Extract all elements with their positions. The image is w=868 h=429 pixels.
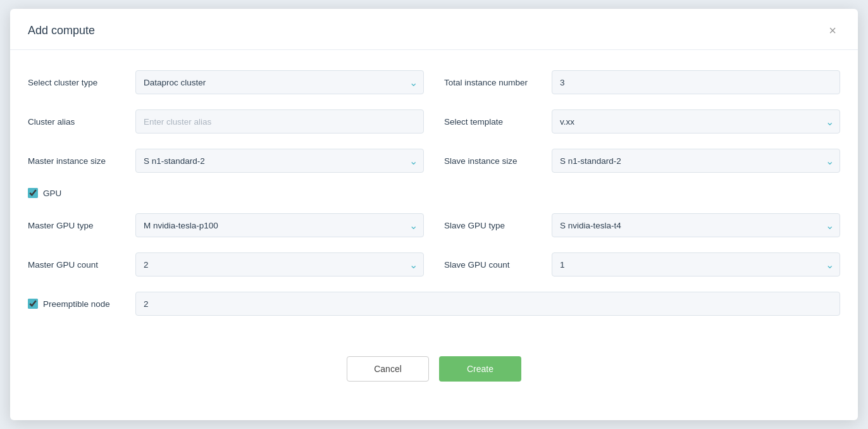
group-slave-gpu-count: Slave GPU count 1 ⌄ (444, 252, 840, 277)
group-slave-instance: Slave instance size S n1-standard-2 ⌄ (444, 149, 840, 173)
group-slave-gpu-type: Slave GPU type S nvidia-tesla-t4 ⌄ (444, 213, 840, 237)
row-gpu-count: Master GPU count 2 ⌄ Slave GPU count 1 ⌄ (28, 252, 840, 277)
row-instance-size: Master instance size S n1-standard-2 ⌄ S… (28, 149, 840, 173)
master-gpu-type-select[interactable]: M nvidia-tesla-p100 (135, 213, 424, 237)
cluster-type-select-wrapper: Dataproc cluster ⌄ (135, 70, 424, 94)
total-instance-label: Total instance number (444, 78, 552, 87)
dialog-footer: Cancel Create (10, 346, 858, 402)
slave-gpu-type-select[interactable]: S nvidia-tesla-t4 (552, 213, 840, 237)
add-compute-dialog: Add compute × Select cluster type Datapr… (10, 9, 858, 420)
slave-gpu-type-label: Slave GPU type (444, 221, 552, 230)
slave-instance-select[interactable]: S n1-standard-2 (552, 149, 840, 173)
preemptible-label: Preemptible node (43, 299, 110, 309)
preemptible-checkbox[interactable] (28, 299, 38, 309)
group-total-instance: Total instance number (444, 70, 840, 94)
dialog-header: Add compute × (10, 9, 858, 50)
gpu-checkbox[interactable] (28, 188, 38, 198)
row-cluster-alias: Cluster alias Select template v.xx ⌄ (28, 109, 840, 134)
group-cluster-type: Select cluster type Dataproc cluster ⌄ (28, 70, 424, 94)
row-cluster-type: Select cluster type Dataproc cluster ⌄ T… (28, 70, 840, 94)
cluster-alias-label: Cluster alias (28, 117, 135, 127)
group-master-instance: Master instance size S n1-standard-2 ⌄ (28, 149, 424, 173)
group-master-gpu-type: Master GPU type M nvidia-tesla-p100 ⌄ (28, 213, 424, 237)
slave-instance-label: Slave instance size (444, 156, 552, 166)
dialog-body: Select cluster type Dataproc cluster ⌄ T… (10, 50, 858, 346)
row-gpu: GPU (28, 188, 840, 198)
master-instance-select[interactable]: S n1-standard-2 (135, 149, 424, 173)
group-select-template: Select template v.xx ⌄ (444, 109, 840, 134)
slave-gpu-count-label: Slave GPU count (444, 260, 552, 270)
total-instance-input[interactable] (552, 70, 840, 94)
row-gpu-type: Master GPU type M nvidia-tesla-p100 ⌄ Sl… (28, 213, 840, 237)
close-button[interactable]: × (825, 23, 840, 38)
template-select-wrapper: v.xx ⌄ (552, 109, 840, 134)
master-instance-select-wrapper: S n1-standard-2 ⌄ (135, 149, 424, 173)
cluster-alias-input[interactable] (135, 109, 424, 134)
row-preemptible: Preemptible node (28, 292, 840, 316)
gpu-label-text: GPU (43, 189, 61, 198)
slave-gpu-type-select-wrapper: S nvidia-tesla-t4 ⌄ (552, 213, 840, 237)
slave-instance-select-wrapper: S n1-standard-2 ⌄ (552, 149, 840, 173)
slave-gpu-count-select-wrapper: 1 ⌄ (552, 252, 840, 277)
gpu-checkbox-label[interactable]: GPU (28, 188, 61, 198)
cluster-type-select[interactable]: Dataproc cluster (135, 70, 424, 94)
master-gpu-type-label: Master GPU type (28, 221, 135, 230)
select-template-label: Select template (444, 117, 552, 127)
master-gpu-type-select-wrapper: M nvidia-tesla-p100 ⌄ (135, 213, 424, 237)
group-master-gpu-count: Master GPU count 2 ⌄ (28, 252, 424, 277)
preemptible-input[interactable] (135, 292, 840, 316)
slave-gpu-count-select[interactable]: 1 (552, 252, 840, 277)
master-gpu-count-label: Master GPU count (28, 260, 135, 270)
template-select[interactable]: v.xx (552, 109, 840, 134)
master-gpu-count-select-wrapper: 2 ⌄ (135, 252, 424, 277)
cluster-type-label: Select cluster type (28, 78, 135, 87)
create-button[interactable]: Create (439, 356, 521, 382)
master-instance-label: Master instance size (28, 156, 135, 166)
master-gpu-count-select[interactable]: 2 (135, 252, 424, 277)
group-cluster-alias: Cluster alias (28, 109, 424, 134)
cancel-button[interactable]: Cancel (347, 356, 429, 382)
dialog-title: Add compute (28, 24, 95, 37)
